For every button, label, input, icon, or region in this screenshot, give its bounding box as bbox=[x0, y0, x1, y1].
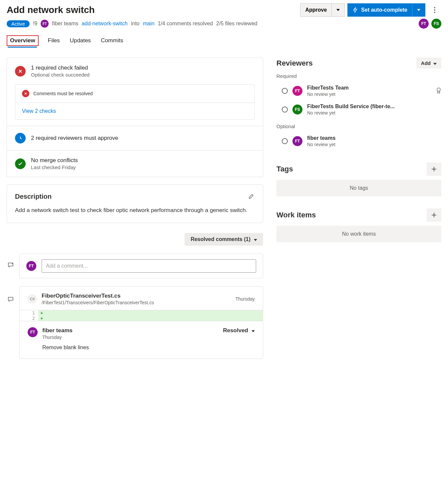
checks-subtitle: Optional check succeeded bbox=[31, 72, 90, 78]
reviewer-vote-radio[interactable] bbox=[282, 107, 288, 113]
reviewer-vote-radio[interactable] bbox=[282, 88, 288, 94]
plus-icon bbox=[431, 212, 437, 218]
chevron-down-icon bbox=[254, 236, 257, 242]
reviewer-name: FiberTests Build Service (fiber-te... bbox=[307, 104, 395, 110]
comment-time: Thursday bbox=[42, 335, 73, 340]
reviewer-avatar: FT bbox=[292, 136, 302, 146]
reviewers-required: 2 required reviewers must approve bbox=[31, 135, 118, 141]
comment-icon bbox=[7, 296, 14, 304]
approve-button[interactable]: Approve bbox=[300, 3, 331, 17]
clock-icon bbox=[15, 133, 26, 143]
header-reviewer-avatar[interactable]: FT bbox=[419, 19, 429, 29]
file-name[interactable]: FiberOpticTransceiverTest.cs bbox=[42, 293, 154, 299]
comment-filter-dropdown[interactable]: Resolved comments (1) bbox=[185, 233, 263, 246]
check-icon bbox=[15, 158, 26, 169]
comment-icon bbox=[7, 262, 14, 269]
into-word: into bbox=[131, 21, 140, 27]
author-name: fiber teams bbox=[52, 21, 78, 27]
page-title: Add network switch bbox=[7, 5, 95, 15]
merge-substatus: Last checked Friday bbox=[31, 164, 78, 170]
reviewer-name: fiber teams bbox=[307, 135, 335, 141]
description-card: Description Add a network switch test to… bbox=[7, 184, 263, 223]
reviewer-status: No review yet bbox=[307, 92, 349, 97]
reviewer-row[interactable]: FS FiberTests Build Service (fiber-te...… bbox=[276, 100, 441, 119]
add-reviewer-button[interactable]: Add bbox=[416, 58, 441, 69]
reviewer-avatar: FT bbox=[292, 86, 302, 96]
add-work-item-button[interactable] bbox=[427, 208, 441, 222]
file-path: /FiberTest1/Transceivers/FiberOpticTrans… bbox=[42, 300, 154, 305]
description-heading: Description bbox=[15, 193, 52, 200]
merge-status: No merge conflicts bbox=[31, 157, 78, 164]
chevron-down-icon bbox=[251, 327, 255, 334]
lightning-icon bbox=[352, 7, 358, 13]
tags-placeholder: No tags bbox=[276, 180, 441, 196]
add-comment-card: FT bbox=[19, 254, 263, 278]
set-auto-complete-button[interactable]: Set auto-complete bbox=[347, 3, 412, 17]
tab-underline bbox=[8, 47, 37, 48]
reviewer-vote-radio[interactable] bbox=[282, 138, 288, 144]
fail-icon bbox=[15, 66, 26, 77]
diff-line-number: 1 bbox=[20, 310, 38, 316]
set-auto-complete-menu[interactable] bbox=[412, 3, 425, 17]
file-timestamp: Thursday bbox=[235, 296, 255, 302]
checks-card: 1 required check failed Optional check s… bbox=[7, 58, 263, 177]
tab-files[interactable]: Files bbox=[47, 35, 61, 46]
status-pill: Active bbox=[7, 20, 30, 27]
approve-menu[interactable] bbox=[331, 3, 345, 17]
tab-overview[interactable]: Overview bbox=[7, 35, 39, 46]
header-reviewer-avatar[interactable]: FS bbox=[431, 19, 441, 29]
check-item: Comments must be resolved bbox=[33, 91, 93, 96]
comment-text: Remove blank lines bbox=[42, 345, 255, 351]
plus-icon bbox=[431, 166, 437, 172]
add-comment-input[interactable] bbox=[42, 259, 256, 273]
work-items-placeholder: No work items bbox=[276, 226, 441, 242]
comment-status-dropdown[interactable]: Resolved bbox=[223, 327, 255, 334]
reviewer-status: No review yet bbox=[307, 110, 395, 116]
reviewer-status: No review yet bbox=[307, 142, 335, 147]
target-branch-link[interactable]: main bbox=[143, 21, 155, 27]
comment-author: fiber teams bbox=[42, 327, 73, 334]
author-avatar: FT bbox=[41, 20, 49, 28]
reviewer-avatar: FS bbox=[292, 105, 302, 115]
add-tag-button[interactable] bbox=[427, 162, 441, 176]
diff-line-added: + bbox=[38, 310, 263, 316]
svg-point-1 bbox=[437, 88, 440, 91]
pencil-icon bbox=[248, 193, 255, 199]
more-icon bbox=[434, 7, 435, 13]
edit-description-button[interactable] bbox=[248, 193, 255, 200]
files-reviewed-count: 2/5 files reviewed bbox=[216, 21, 257, 27]
tags-heading: Tags bbox=[276, 165, 293, 173]
more-actions-button[interactable] bbox=[428, 3, 441, 17]
tab-updates[interactable]: Updates bbox=[69, 35, 92, 46]
file-type-badge: C# bbox=[28, 294, 37, 304]
reviewers-heading: Reviewers bbox=[276, 59, 313, 68]
diff-line-number: 2 bbox=[20, 316, 38, 321]
fail-icon bbox=[22, 90, 29, 97]
source-branch-link[interactable]: add-network-switch bbox=[82, 21, 128, 27]
reviewer-row[interactable]: FT FiberTests Team No review yet bbox=[276, 82, 441, 100]
file-thread-card: C# FiberOpticTransceiverTest.cs /FiberTe… bbox=[19, 286, 263, 359]
chevron-down-icon bbox=[433, 60, 437, 66]
ribbon-icon bbox=[436, 87, 441, 95]
description-text: Add a network switch test to check fiber… bbox=[15, 206, 255, 215]
diff-view: 1 + 2 + bbox=[20, 310, 263, 321]
work-items-heading: Work items bbox=[276, 211, 316, 219]
comments-resolved-count: 1/4 comments resolved bbox=[158, 21, 213, 27]
reviewer-row[interactable]: FT fiber teams No review yet bbox=[276, 132, 441, 150]
pr-id: !9 bbox=[33, 21, 37, 27]
reviewer-name: FiberTests Team bbox=[307, 85, 349, 91]
view-checks-link[interactable]: View 2 checks bbox=[22, 108, 56, 114]
optional-label: Optional bbox=[276, 124, 441, 129]
current-user-avatar: FT bbox=[26, 261, 36, 271]
checks-title: 1 required check failed bbox=[31, 65, 90, 71]
diff-line-added: + bbox=[38, 316, 263, 321]
comment-author-avatar: FT bbox=[28, 327, 38, 337]
tab-commits[interactable]: Commits bbox=[100, 35, 124, 46]
required-label: Required bbox=[276, 73, 441, 79]
